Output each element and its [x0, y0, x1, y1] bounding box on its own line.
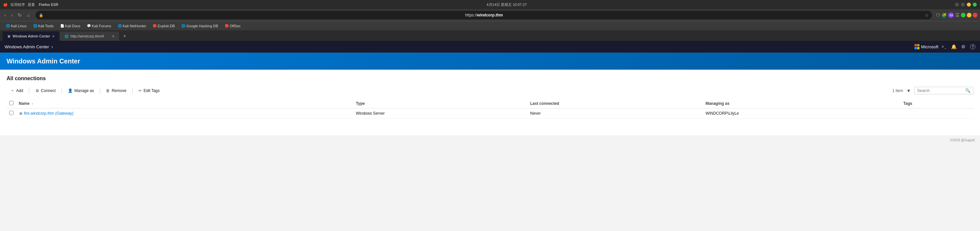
forward-button[interactable]: ›: [10, 12, 14, 18]
kali-tools-icon: 🌐: [33, 24, 37, 28]
search-button[interactable]: 🔍: [965, 88, 970, 93]
add-icon: ＋: [11, 88, 14, 93]
microsoft-logo: Microsoft: [915, 44, 939, 49]
table-header: Name ↑ Type Last connected Managing as T…: [6, 99, 974, 108]
connect-button[interactable]: 🖥 Connect: [31, 87, 60, 95]
add-label: Add: [16, 89, 23, 93]
sort-arrow: ↑: [32, 102, 33, 106]
bookmark-offsec[interactable]: 🔴 OffSec: [222, 23, 243, 28]
new-tab-button[interactable]: +: [120, 32, 129, 41]
item-count: 1 item: [892, 89, 903, 93]
remove-button[interactable]: 🗑 Remove: [102, 87, 130, 95]
bookmark-nethunter-label: Kali NetHunter: [123, 24, 146, 28]
wac-footer: ©2019 @Gugust: [0, 135, 980, 145]
bookmark-kali-forums[interactable]: 💬 Kali Forums: [84, 23, 114, 28]
search-input[interactable]: [917, 89, 963, 93]
connections-toolbar: ＋ Add 🖥 Connect 👤 Manage as 🗑 Remove ✏ E…: [6, 86, 974, 95]
url-domain: windcorp.thm: [477, 13, 503, 17]
menu-icon[interactable]: ☰: [955, 13, 959, 18]
windcorp-tab-favicon: 🌐: [65, 35, 68, 38]
bookmarks-bar: 🌐 Kali Linux 🌐 Kali Tools 📄 Kali Docs 💬 …: [0, 21, 980, 30]
col-managing-as: Managing as: [703, 99, 901, 108]
microsoft-squares-icon: [915, 44, 920, 49]
select-all-checkbox[interactable]: [9, 101, 13, 105]
row-last-connected-cell: Never: [528, 108, 703, 119]
filter-icon[interactable]: ▼: [906, 88, 911, 93]
browser-name-label: Firefox ESR: [39, 3, 58, 6]
row-checkbox[interactable]: [9, 111, 13, 115]
tab-bar: 🖥 Windows Admin Center ✕ 🌐 http://windco…: [0, 30, 980, 41]
ms-square-blue: [915, 47, 917, 49]
remove-icon: 🗑: [106, 89, 110, 93]
yellow-dot: [967, 13, 972, 17]
bookmark-kali-forums-label: Kali Forums: [92, 24, 111, 28]
wac-page-title: Windows Admin Center: [6, 57, 80, 65]
row-type: Windows Server: [356, 111, 385, 115]
notifications-icon[interactable]: 🔔: [951, 44, 957, 49]
toolbar-right: 1 item ▼ 🔍: [892, 87, 974, 94]
ms-square-yellow: [917, 47, 920, 49]
exploit-db-icon: 🔴: [153, 24, 157, 28]
bookmark-star-icon[interactable]: ☆: [925, 13, 929, 18]
bookmark-kali-tools[interactable]: 🌐 Kali Tools: [30, 23, 56, 28]
manage-as-label: Manage as: [74, 89, 94, 93]
windcorp-tab-label: http://windcorp.thm/#: [70, 34, 104, 38]
connect-label: Connect: [41, 89, 56, 93]
bookmark-google-hacking[interactable]: 🌐 Google Hacking DB: [179, 23, 221, 28]
tab-windcorp[interactable]: 🌐 http://windcorp.thm/# ✕: [60, 32, 119, 41]
toolbar-separator-3: [100, 87, 100, 94]
extension-icon: 🧩: [942, 13, 947, 18]
back-button[interactable]: ‹: [3, 12, 8, 18]
row-managing-as-cell: WINDCORP\LilyLe: [703, 108, 901, 119]
col-type: Type: [353, 99, 528, 108]
url-text: https://windcorp.thm: [45, 13, 923, 17]
row-last-connected: Never: [530, 111, 541, 115]
offsec-icon: 🔴: [225, 24, 229, 28]
help-icon[interactable]: ?: [970, 44, 975, 49]
row-name: fire.windcorp.thm (Gateway): [24, 111, 73, 115]
bookmark-kali-docs[interactable]: 📄 Kali Docs: [57, 23, 83, 28]
app-name-label: 应用程序: [11, 2, 25, 7]
connections-table: Name ↑ Type Last connected Managing as T…: [6, 99, 974, 119]
wac-tab-close[interactable]: ✕: [52, 35, 55, 38]
edit-tags-label: Edit Tags: [143, 89, 160, 93]
firefox-account-icon[interactable]: 13: [948, 12, 954, 18]
lock-icon: 🔒: [39, 13, 43, 17]
wac-title-area[interactable]: Windows Admin Center ∨: [5, 44, 53, 49]
wac-header-title: Windows Admin Center: [5, 44, 49, 49]
wac-blue-titlebar: Windows Admin Center: [0, 52, 980, 70]
windcorp-tab-close[interactable]: ✕: [112, 35, 115, 38]
add-button[interactable]: ＋ Add: [6, 86, 27, 95]
connection-link[interactable]: 🖥 fire.windcorp.thm (Gateway): [19, 111, 351, 115]
terminal-icon[interactable]: >_: [942, 44, 947, 49]
apple-icon: 🍎: [3, 3, 8, 7]
microsoft-label: Microsoft: [921, 44, 939, 49]
manage-as-button[interactable]: 👤 Manage as: [64, 87, 98, 95]
row-checkbox-cell[interactable]: [6, 108, 16, 119]
search-box[interactable]: 🔍: [914, 87, 974, 94]
home-button[interactable]: ⌂: [25, 12, 31, 18]
col-last-connected: Last connected: [528, 99, 703, 108]
bookmark-kali-nethunter[interactable]: 🌐 Kali NetHunter: [115, 23, 149, 28]
bookmark-kali-linux-label: Kali Linux: [11, 24, 27, 28]
col-name[interactable]: Name ↑: [16, 99, 353, 108]
kali-linux-icon: 🌐: [6, 24, 10, 28]
tab-windows-admin-center[interactable]: 🖥 Windows Admin Center ✕: [3, 32, 59, 41]
address-bar[interactable]: 🔒 https://windcorp.thm ☆: [35, 11, 932, 19]
reload-button[interactable]: ↻: [16, 12, 23, 18]
wac-app-header: Windows Admin Center ∨ Microsoft >_ 🔔 ⚙ …: [0, 41, 980, 52]
bookmark-kali-linux[interactable]: 🌐 Kali Linux: [3, 23, 29, 28]
row-type-cell: Windows Server: [353, 108, 528, 119]
bookmark-exploit-db[interactable]: 🔴 Exploit-DB: [150, 23, 177, 28]
browser-titlebar: 🍎 应用程序 显量 Firefox ESR 4月14日 星期五 10:07:27: [0, 0, 980, 9]
shield-icon: 🛡: [936, 13, 940, 18]
red-dot: [973, 13, 977, 17]
settings-icon[interactable]: ⚙: [961, 44, 966, 49]
toolbar-separator-1: [29, 87, 29, 94]
row-name-cell: 🖥 fire.windcorp.thm (Gateway): [16, 108, 353, 119]
select-all-checkbox-header[interactable]: [6, 99, 16, 108]
green-dot: [961, 13, 966, 17]
browser-toolbar-icons: 🛡 🧩 13 ☰: [936, 12, 977, 18]
edit-tags-button[interactable]: ✏ Edit Tags: [135, 87, 164, 95]
bookmark-google-hacking-label: Google Hacking DB: [186, 24, 218, 28]
